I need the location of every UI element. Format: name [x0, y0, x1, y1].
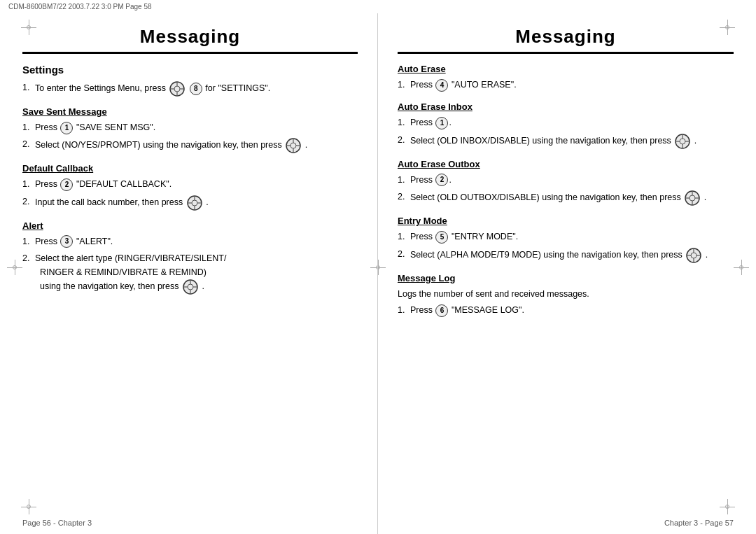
- alert-section: Alert 1. Press 3 "ALERT". 2. Select the …: [22, 220, 358, 295]
- menu-icon: [169, 81, 185, 97]
- ok-nav-icon-1: [286, 138, 301, 153]
- em-step-1-num: 1.: [398, 230, 410, 244]
- header-bar: CDM-8600BM7/22 2003.7.22 3:0 PM Page 58: [0, 0, 756, 13]
- dc-step-1-num: 1.: [22, 178, 35, 191]
- ok-nav-icon-3: [183, 279, 198, 295]
- em-step-2-content: Select (ALPHA MODE/T9 MODE) using the na…: [410, 248, 734, 263]
- key-5-icon: 5: [435, 231, 448, 244]
- dc-step-2-content: Input the call back number, then press .: [35, 195, 358, 211]
- ok-nav-icon-4: [675, 134, 690, 149]
- default-callback-heading: Default Callback: [22, 163, 358, 174]
- crop-mark-bottom-right: [720, 499, 735, 514]
- key-4-icon: 4: [435, 79, 448, 92]
- alert-step-1-content: Press 3 "ALERT".: [35, 235, 358, 248]
- aeo-step-2: 2. Select (OLD OUTBOX/DISABLE) using the…: [398, 190, 734, 206]
- em-step-2-num: 2.: [398, 248, 410, 261]
- step-2-num: 2.: [22, 138, 35, 151]
- right-footer: Chapter 3 - Page 57: [664, 519, 734, 527]
- key-2-icon: 2: [60, 178, 73, 191]
- message-log-section: Message Log Logs the number of sent and …: [398, 273, 734, 318]
- auto-erase-heading: Auto Erase: [398, 64, 734, 74]
- key-6-icon: 6: [435, 304, 448, 317]
- key-3-icon: 3: [60, 235, 73, 248]
- auto-erase-section: Auto Erase 1. Press 4 "AUTO ERASE".: [398, 64, 734, 92]
- entry-mode-heading: Entry Mode: [398, 216, 734, 226]
- alert-step-2: 2. Select the alert type (RINGER/VIBRATE…: [22, 252, 358, 295]
- ae-step-1-content: Press 4 "AUTO ERASE".: [410, 78, 734, 92]
- aeo-step-1-content: Press 2.: [410, 174, 734, 187]
- save-sent-step-2: 2. Select (NO/YES/PROMPT) using the navi…: [22, 138, 358, 153]
- aei-step-2: 2. Select (OLD INBOX/DISABLE) using the …: [398, 134, 734, 149]
- key-2b-icon: 2: [435, 174, 448, 186]
- aeo-step-1: 1. Press 2.: [398, 174, 734, 187]
- settings-heading: Settings: [22, 64, 358, 76]
- right-column: Messaging Auto Erase 1. Press 4 "AUTO ER…: [378, 13, 756, 534]
- aei-step-1-content: Press 1.: [410, 116, 734, 129]
- ml-step-1: 1. Press 6 "MESSAGE LOG".: [398, 304, 734, 317]
- right-title-underline: [398, 52, 734, 54]
- left-title: Messaging: [22, 26, 358, 48]
- aei-step-2-num: 2.: [398, 134, 410, 147]
- key-1b-icon: 1: [435, 117, 448, 129]
- content-area: Messaging Settings 1. To enter the Setti…: [0, 13, 756, 534]
- auto-erase-outbox-heading: Auto Erase Outbox: [398, 159, 734, 169]
- message-log-description: Logs the number of sent and received mes…: [398, 288, 734, 301]
- intro-step: 1. To enter the Settings Menu, press: [22, 81, 358, 97]
- auto-erase-step-1: 1. Press 4 "AUTO ERASE".: [398, 78, 734, 92]
- key-1-icon: 1: [60, 122, 73, 134]
- aei-step-1-num: 1.: [398, 116, 410, 129]
- alert-step-2-content: Select the alert type (RINGER/VIBRATE/SI…: [35, 252, 358, 295]
- auto-erase-inbox-section: Auto Erase Inbox 1. Press 1. 2. Select (…: [398, 101, 734, 148]
- save-sent-step-1: 1. Press 1 "SAVE SENT MSG".: [22, 121, 358, 134]
- ok-nav-icon-6: [686, 248, 701, 263]
- em-step-1: 1. Press 5 "ENTRY MODE".: [398, 230, 734, 244]
- ml-step-1-content: Press 6 "MESSAGE LOG".: [410, 304, 734, 317]
- default-callback-section: Default Callback 1. Press 2 "DEFAULT CAL…: [22, 163, 358, 210]
- step-2-content: Select (NO/YES/PROMPT) using the navigat…: [35, 138, 358, 153]
- save-sent-message-heading: Save Sent Message: [22, 106, 358, 117]
- alert-step-1-num: 1.: [22, 235, 35, 248]
- default-callback-step-1: 1. Press 2 "DEFAULT CALLBACK".: [22, 178, 358, 191]
- header-text: CDM-8600BM7/22 2003.7.22 3:0 PM Page 58: [8, 3, 152, 10]
- ok-nav-icon-2: [187, 195, 202, 211]
- em-step-2: 2. Select (ALPHA MODE/T9 MODE) using the…: [398, 248, 734, 263]
- alert-heading: Alert: [22, 220, 358, 231]
- step-1-content: Press 1 "SAVE SENT MSG".: [35, 121, 358, 134]
- alert-step-1: 1. Press 3 "ALERT".: [22, 235, 358, 248]
- aeo-step-2-content: Select (OLD OUTBOX/DISABLE) using the na…: [410, 190, 734, 206]
- aeo-step-2-num: 2.: [398, 190, 410, 204]
- left-footer: Page 56 - Chapter 3: [22, 519, 92, 527]
- intro-step-num: 1.: [22, 81, 35, 94]
- left-title-underline: [22, 52, 358, 54]
- auto-erase-inbox-heading: Auto Erase Inbox: [398, 101, 734, 112]
- auto-erase-outbox-section: Auto Erase Outbox 1. Press 2. 2. Select …: [398, 159, 734, 206]
- step-1-num: 1.: [22, 121, 35, 134]
- aei-step-1: 1. Press 1.: [398, 116, 734, 129]
- entry-mode-section: Entry Mode 1. Press 5 "ENTRY MODE". 2. S…: [398, 216, 734, 262]
- settings-intro: 1. To enter the Settings Menu, press: [22, 81, 358, 97]
- page-wrapper: CDM-8600BM7/22 2003.7.22 3:0 PM Page 58 …: [0, 0, 756, 534]
- alert-step-2-num: 2.: [22, 252, 35, 265]
- intro-step-content: To enter the Settings Menu, press 8 for …: [35, 81, 358, 97]
- em-step-1-content: Press 5 "ENTRY MODE".: [410, 230, 734, 244]
- save-sent-message-section: Save Sent Message 1. Press 1 "SAVE SENT …: [22, 106, 358, 153]
- key-8-icon: 8: [190, 83, 202, 95]
- aeo-step-1-num: 1.: [398, 174, 410, 187]
- aei-step-2-content: Select (OLD INBOX/DISABLE) using the nav…: [410, 134, 734, 149]
- ok-nav-icon-5: [685, 190, 700, 206]
- dc-step-1-content: Press 2 "DEFAULT CALLBACK".: [35, 178, 358, 191]
- ae-step-1-num: 1.: [398, 78, 410, 92]
- default-callback-step-2: 2. Input the call back number, then pres…: [22, 195, 358, 211]
- left-column: Messaging Settings 1. To enter the Setti…: [0, 13, 378, 534]
- dc-step-2-num: 2.: [22, 195, 35, 209]
- ml-step-1-num: 1.: [398, 304, 410, 317]
- message-log-heading: Message Log: [398, 273, 734, 283]
- crop-mark-bottom-left: [21, 499, 36, 514]
- right-title: Messaging: [398, 26, 734, 48]
